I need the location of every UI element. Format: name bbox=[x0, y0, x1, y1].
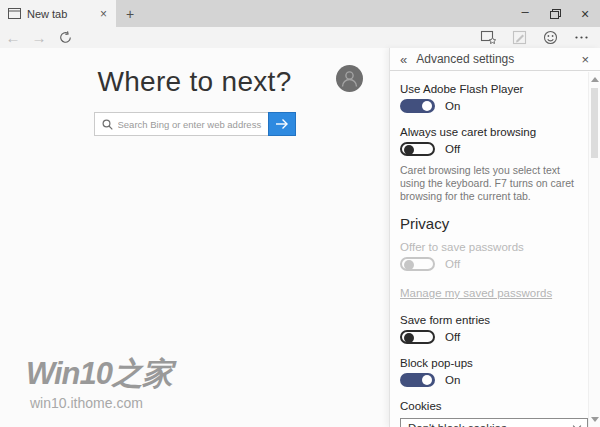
caret-browsing-label: Always use caret browsing bbox=[400, 125, 588, 139]
hub-button[interactable] bbox=[480, 30, 497, 45]
search-bar bbox=[94, 112, 296, 136]
search-icon bbox=[102, 119, 113, 130]
user-icon bbox=[336, 65, 363, 92]
chevron-down-icon bbox=[573, 422, 581, 427]
cookies-selected-value: Don't block cookies bbox=[408, 422, 507, 427]
block-popups-label: Block pop-ups bbox=[400, 356, 588, 370]
flash-player-toggle[interactable] bbox=[400, 99, 435, 113]
web-note-button[interactable] bbox=[511, 30, 528, 45]
panel-close-icon[interactable]: × bbox=[578, 52, 592, 67]
cookies-dropdown[interactable]: Don't block cookies bbox=[400, 418, 588, 427]
scrollbar-thumb[interactable] bbox=[591, 88, 598, 158]
new-tab-button[interactable]: + bbox=[116, 0, 144, 27]
forward-button[interactable]: → bbox=[26, 30, 52, 45]
panel-back-icon[interactable]: « bbox=[400, 52, 407, 67]
form-entries-state: Off bbox=[445, 331, 460, 343]
more-actions-button[interactable] bbox=[573, 30, 590, 45]
block-popups-toggle[interactable] bbox=[400, 373, 435, 387]
browser-window: New tab × + – × ← → bbox=[0, 0, 600, 427]
privacy-heading: Privacy bbox=[400, 215, 588, 232]
form-entries-toggle[interactable] bbox=[400, 330, 435, 344]
hub-icon bbox=[480, 30, 497, 45]
flash-player-state: On bbox=[445, 100, 460, 112]
toolbar: ← → bbox=[0, 27, 600, 48]
window-close-button[interactable]: × bbox=[570, 0, 600, 27]
search-input[interactable] bbox=[118, 119, 264, 130]
tab-close-icon[interactable]: × bbox=[97, 7, 110, 21]
caret-browsing-description: Caret browsing lets you select text usin… bbox=[400, 164, 578, 203]
cookies-label: Cookies bbox=[400, 399, 588, 413]
manage-passwords-link[interactable]: Manage my saved passwords bbox=[400, 287, 552, 299]
watermark: Win10之家 win10.ithome.com bbox=[26, 353, 172, 411]
search-box bbox=[94, 112, 268, 136]
panel-header: « Advanced settings × bbox=[390, 48, 600, 71]
watermark-url: win10.ithome.com bbox=[30, 395, 172, 411]
tab-strip: New tab × + – × bbox=[0, 0, 600, 27]
restore-button[interactable] bbox=[540, 0, 570, 27]
avatar[interactable] bbox=[336, 65, 363, 92]
save-passwords-toggle bbox=[400, 257, 435, 271]
refresh-icon bbox=[59, 31, 72, 44]
watermark-brand: Win10之家 bbox=[26, 353, 172, 395]
save-passwords-state: Off bbox=[445, 258, 460, 270]
refresh-button[interactable] bbox=[52, 31, 78, 44]
toolbar-right bbox=[480, 30, 600, 45]
go-arrow-icon bbox=[275, 118, 289, 130]
smiley-icon bbox=[543, 30, 558, 45]
form-entries-label: Save form entries bbox=[400, 313, 588, 327]
panel-scrollbar[interactable] bbox=[588, 72, 600, 427]
page-icon bbox=[8, 8, 21, 19]
tab-new-tab[interactable]: New tab × bbox=[0, 0, 116, 27]
block-popups-state: On bbox=[445, 374, 460, 386]
pen-icon bbox=[512, 30, 527, 45]
tab-title: New tab bbox=[27, 8, 97, 20]
flash-player-label: Use Adobe Flash Player bbox=[400, 82, 588, 96]
page-title: Where to next? bbox=[0, 66, 389, 98]
advanced-settings-panel: « Advanced settings × Use Adobe Flash Pl… bbox=[389, 48, 600, 427]
window-controls: – × bbox=[510, 0, 600, 27]
panel-title: Advanced settings bbox=[416, 52, 578, 66]
save-passwords-label: Offer to save passwords bbox=[400, 240, 588, 254]
back-button[interactable]: ← bbox=[0, 30, 26, 45]
new-tab-page: Where to next? bbox=[0, 48, 389, 427]
minimize-button[interactable]: – bbox=[510, 0, 540, 27]
panel-body: Use Adobe Flash Player On Always use car… bbox=[390, 72, 588, 427]
scroll-up-icon[interactable] bbox=[591, 77, 599, 82]
scroll-down-icon[interactable] bbox=[591, 417, 599, 422]
restore-icon bbox=[550, 9, 561, 19]
feedback-button[interactable] bbox=[542, 30, 559, 45]
caret-browsing-state: Off bbox=[445, 143, 460, 155]
caret-browsing-toggle[interactable] bbox=[400, 142, 435, 156]
more-dots-icon bbox=[574, 31, 589, 44]
search-go-button[interactable] bbox=[268, 112, 296, 136]
